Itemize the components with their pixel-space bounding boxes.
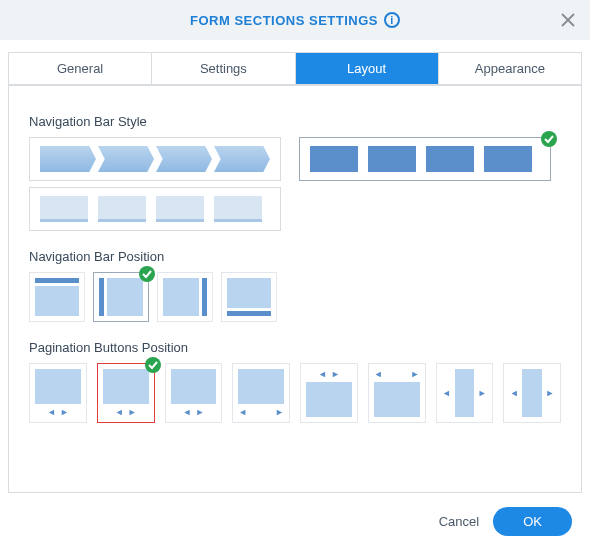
- ok-button[interactable]: OK: [493, 507, 572, 536]
- solid-tabs-preview: [310, 146, 532, 172]
- pagination-position-label: Pagination Buttons Position: [29, 340, 561, 355]
- nav-position-option-left[interactable]: [93, 272, 149, 322]
- arrow-left-icon: ◄: [509, 369, 519, 417]
- nav-position-option-top[interactable]: [29, 272, 85, 322]
- pagination-option-top-spread[interactable]: ◄►: [368, 363, 426, 423]
- nav-style-label: Navigation Bar Style: [29, 114, 561, 129]
- arrows-icon: ◄►: [171, 407, 217, 417]
- nav-position-option-right[interactable]: [157, 272, 213, 322]
- dialog-title-wrap: FORM SECTIONS SETTINGS i: [190, 12, 400, 28]
- pagination-option-top-center[interactable]: ◄►: [300, 363, 358, 423]
- tab-appearance[interactable]: Appearance: [439, 53, 581, 84]
- pagination-option-bottom-spread[interactable]: ◄►: [232, 363, 290, 423]
- pagination-option-sides-middle-alt[interactable]: ◄ ►: [503, 363, 561, 423]
- dialog-header: FORM SECTIONS SETTINGS i: [0, 0, 590, 40]
- info-icon[interactable]: i: [384, 12, 400, 28]
- nav-style-row2: [29, 187, 561, 231]
- nav-position-option-bottom[interactable]: [221, 272, 277, 322]
- arrow-chain-preview: [40, 146, 272, 172]
- tab-general[interactable]: General: [9, 53, 152, 84]
- arrows-icon: ◄►: [238, 407, 284, 417]
- nav-position-label: Navigation Bar Position: [29, 249, 561, 264]
- arrows-icon: ◄►: [374, 369, 420, 379]
- cancel-button[interactable]: Cancel: [439, 514, 479, 529]
- dialog-title: FORM SECTIONS SETTINGS: [190, 13, 378, 28]
- close-icon: [561, 13, 575, 27]
- dialog-footer: Cancel OK: [0, 493, 590, 550]
- checkmark-icon: [139, 266, 155, 282]
- nav-style-option-arrows[interactable]: [29, 137, 281, 181]
- pagination-option-bottom-center-highlight[interactable]: ◄►: [97, 363, 155, 423]
- tab-layout[interactable]: Layout: [296, 53, 439, 84]
- arrow-left-icon: ◄: [442, 369, 452, 417]
- pagination-option-sides-middle[interactable]: ◄ ►: [436, 363, 494, 423]
- arrow-right-icon: ►: [545, 369, 555, 417]
- checkmark-icon: [541, 131, 557, 147]
- pagination-option-bottom-center[interactable]: ◄►: [29, 363, 87, 423]
- nav-position-row: [29, 272, 561, 322]
- tab-settings[interactable]: Settings: [152, 53, 295, 84]
- arrow-right-icon: ►: [477, 369, 487, 417]
- arrows-icon: ◄►: [103, 407, 149, 417]
- nav-style-row1: [29, 137, 561, 181]
- arrows-icon: ◄►: [35, 407, 81, 417]
- underline-tabs-preview: [40, 196, 262, 222]
- nav-style-option-solid-tabs[interactable]: [299, 137, 551, 181]
- nav-style-option-underline-tabs[interactable]: [29, 187, 281, 231]
- tab-bar: General Settings Layout Appearance: [8, 52, 582, 85]
- close-button[interactable]: [558, 10, 578, 30]
- pagination-option-bottom-center-alt[interactable]: ◄►: [165, 363, 223, 423]
- arrows-icon: ◄►: [306, 369, 352, 379]
- layout-panel: Navigation Bar Style Navigation Bar P: [8, 85, 582, 493]
- checkmark-icon: [145, 357, 161, 373]
- form-sections-settings-dialog: FORM SECTIONS SETTINGS i General Setting…: [0, 0, 590, 550]
- pagination-position-row: ◄► ◄► ◄► ◄► ◄► ◄►: [29, 363, 561, 423]
